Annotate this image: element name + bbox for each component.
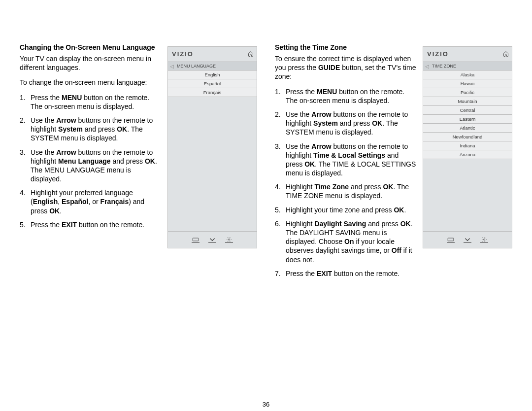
menu-option: Central (423, 106, 512, 115)
chevron-down-icon (208, 237, 216, 243)
menu-option: Français (168, 88, 257, 97)
gear-icon (480, 237, 488, 243)
page-number: 36 (0, 401, 532, 408)
step-item: Highlight your preferred language (Engli… (20, 188, 162, 215)
home-icon (248, 51, 254, 57)
step-item: Use the Arrow buttons on the remote to h… (20, 148, 162, 184)
svg-point-1 (229, 239, 230, 240)
svg-rect-0 (193, 238, 199, 241)
menu-option: Español (168, 79, 257, 88)
intro-text: Your TV can display the on-screen menu i… (20, 54, 162, 72)
step-item: Press the EXIT button on the remote. (275, 269, 417, 278)
time-zone-panel: VIZIO ◁ TIME ZONE AlaskaHawaiiPacificMou… (423, 46, 512, 248)
breadcrumb: ◁ TIME ZONE (423, 62, 512, 70)
menu-option: Newfoundland (423, 133, 512, 141)
panel-footer (168, 231, 257, 248)
step-item: Highlight your time zone and press OK. (275, 206, 417, 214)
menu-option: English (168, 70, 257, 79)
menu-option: Hawaii (423, 79, 512, 88)
chevron-down-icon (464, 237, 471, 243)
step-item: Press the MENU button on the remote. The… (275, 87, 417, 105)
step-item: Press the MENU button on the remote. The… (20, 93, 162, 111)
section-heading-language: Changing the On-Screen Menu Language (20, 43, 162, 51)
lead-text: To change the on-screen menu language: (20, 78, 162, 87)
panel-footer (423, 231, 512, 248)
home-icon (503, 51, 509, 57)
back-arrow-icon: ◁ (425, 64, 429, 69)
step-item: Highlight Daylight Saving and press OK. … (275, 219, 417, 264)
svg-rect-2 (448, 238, 454, 241)
step-item: Use the Arrow buttons on the remote to h… (275, 110, 417, 137)
menu-option: Mountain (423, 97, 512, 106)
breadcrumb-label: TIME ZONE (432, 64, 456, 68)
step-item: Use the Arrow buttons on the remote to h… (20, 116, 162, 143)
menu-option: Atlantic (423, 124, 512, 133)
gear-icon (225, 237, 233, 243)
wide-icon (192, 237, 200, 243)
menu-option: Arizona (423, 150, 512, 159)
steps-list-language: Press the MENU button on the remote. The… (20, 93, 162, 229)
menu-language-panel: VIZIO ◁ MENU LANGUAGE EnglishEspañolFran… (167, 46, 257, 248)
menu-option: Pacific (423, 88, 512, 97)
brand-logo: VIZIO (172, 50, 248, 58)
menu-option: Indiana (423, 141, 512, 150)
step-item: Use the Arrow buttons on the remote to h… (275, 142, 417, 178)
brand-logo: VIZIO (427, 50, 503, 58)
step-item: Highlight Time Zone and press OK. The TI… (275, 182, 417, 200)
svg-point-3 (484, 239, 485, 240)
section-heading-timezone: Setting the Time Zone (275, 43, 417, 51)
breadcrumb: ◁ MENU LANGUAGE (168, 62, 257, 70)
menu-option: Alaska (423, 70, 512, 79)
menu-option: Eastern (423, 115, 512, 124)
step-item: Press the EXIT button on the remote. (20, 220, 162, 229)
wide-icon (447, 237, 455, 243)
breadcrumb-label: MENU LANGUAGE (177, 64, 216, 68)
intro-text: To ensure the correct time is displayed … (275, 54, 417, 81)
steps-list-timezone: Press the MENU button on the remote. The… (275, 87, 417, 278)
back-arrow-icon: ◁ (170, 64, 174, 69)
